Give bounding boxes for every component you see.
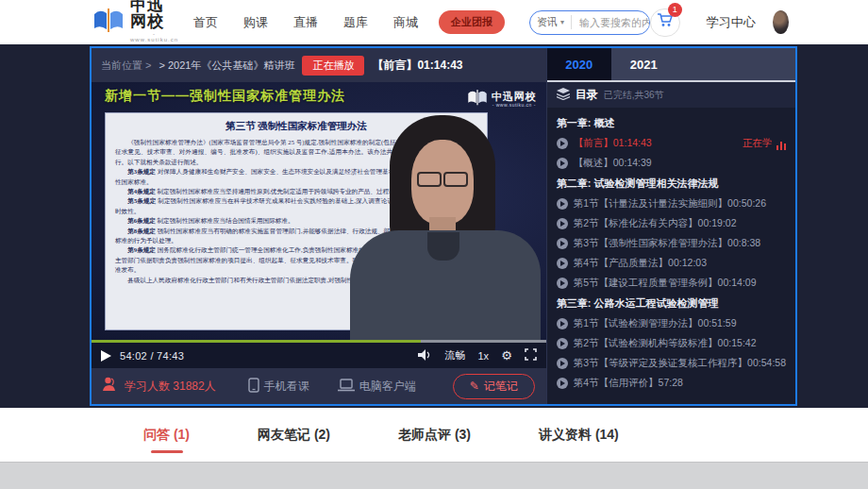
catalog-item-label: 第3节【强制性国家标准管理办法】00:8:38 xyxy=(574,237,760,250)
catalog-item[interactable]: 第3节【等级评定及换证复核工作程序】00:54:58 xyxy=(557,357,786,370)
nav-item-4[interactable]: 商城 xyxy=(393,14,418,31)
breadcrumb: 当前位置 > > 2021年《公共基础》精讲班 正在播放 【前言】01:14:4… xyxy=(92,48,546,82)
mobile-app-label: 手机看课 xyxy=(264,379,309,395)
quality-selector[interactable]: 流畅 xyxy=(445,348,466,363)
tab-teacher-comments[interactable]: 老师点评 (3) xyxy=(396,419,473,451)
learner-count: 学习人数 31882人 xyxy=(125,379,216,395)
nav-item-0[interactable]: 首页 xyxy=(193,14,218,31)
nav-item-1[interactable]: 购课 xyxy=(243,14,268,31)
mobile-app-link[interactable]: 手机看课 xyxy=(248,378,309,396)
watermark-name: 中迅网校 xyxy=(492,92,537,102)
catalog-column: 20202021 目录 已完结,共36节 第一章: 概述【前言】01:14:43… xyxy=(546,48,795,404)
play-button[interactable] xyxy=(101,350,111,362)
play-circle-icon xyxy=(557,238,568,249)
time-display: 54:02 / 74:43 xyxy=(120,350,184,362)
year-tabs: 20202021 xyxy=(547,48,795,82)
catalog-item-label: 第2节【试验检测机构等级标准】00:15:42 xyxy=(574,337,757,350)
catalog-item-label: 第1节【试验检测管理办法】00:51:59 xyxy=(574,317,737,330)
video-column: 当前位置 > > 2021年《公共基础》精讲班 正在播放 【前言】01:14:4… xyxy=(92,48,546,404)
breadcrumb-course-link[interactable]: > 2021年《公共基础》精讲班 xyxy=(159,59,294,73)
take-notes-label: 记笔记 xyxy=(484,379,518,395)
speed-selector[interactable]: 1x xyxy=(478,350,490,362)
logo-icon xyxy=(92,8,125,37)
tab-qa[interactable]: 问答 (1) xyxy=(142,419,192,451)
player-block: 当前位置 > > 2021年《公共基础》精讲班 正在播放 【前言】01:14:4… xyxy=(90,46,797,406)
main-nav: 首页购课直播题库商城 xyxy=(193,14,418,31)
learning-status-label: 正在学 xyxy=(743,137,773,150)
catalog-item[interactable]: 第3节【强制性国家标准管理办法】00:8:38 xyxy=(557,237,786,250)
cart-button[interactable]: 1 xyxy=(650,8,679,37)
phone-icon xyxy=(248,378,259,396)
pencil-icon: ✎ xyxy=(470,379,479,393)
tab-materials[interactable]: 讲义资料 (14) xyxy=(537,419,621,451)
person-icon xyxy=(103,377,117,396)
chapter-heading-1: 第一章: 概述 xyxy=(557,116,786,130)
search-category-label: 资讯 xyxy=(537,15,558,29)
search-bar: 资讯 ▾ xyxy=(529,10,650,35)
catalog-item[interactable]: 第5节【建设工程质量管理条例】00:14:09 xyxy=(557,277,786,290)
catalog-item-label: 第5节【建设工程质量管理条例】00:14:09 xyxy=(574,277,757,290)
play-circle-icon xyxy=(557,378,568,389)
player-controls: 54:02 / 74:43 流畅 1x ⚙ xyxy=(92,343,546,368)
year-tab-2021[interactable]: 2021 xyxy=(611,48,795,80)
top-header: 中迅网校 - www.sutiku.cn - 首页购课直播题库商城 企业团报 资… xyxy=(0,0,868,44)
catalog-item[interactable]: 第4节【信用评价】57:28 xyxy=(557,377,786,390)
settings-gear-icon[interactable]: ⚙ xyxy=(501,349,512,362)
laptop-icon xyxy=(338,379,355,395)
catalog-item[interactable]: 第1节【试验检测管理办法】00:51:59 xyxy=(557,317,786,330)
catalog-item-label: 【概述】00:14:39 xyxy=(574,157,652,170)
year-tab-2020[interactable]: 2020 xyxy=(547,48,611,80)
instructor-figure xyxy=(348,115,542,340)
chevron-down-icon: ▾ xyxy=(560,18,564,26)
video-overlay-title: 新增一节——强制性国家标准管理办法 xyxy=(105,88,345,105)
catalog-item[interactable]: 第2节【试验检测机构等级标准】00:15:42 xyxy=(557,337,786,350)
play-circle-icon xyxy=(557,218,568,229)
current-lesson-label: 【前言】01:14:43 xyxy=(372,58,462,74)
catalog-item[interactable]: 【前言】01:14:43正在学 xyxy=(557,137,786,150)
desktop-client-label: 电脑客户端 xyxy=(359,379,416,395)
layers-icon xyxy=(557,87,570,104)
learning-status: 正在学 xyxy=(743,137,786,150)
catalog-item-label: 第2节【标准化法有关内容】00:19:02 xyxy=(574,217,737,230)
site-logo[interactable]: 中迅网校 - www.sutiku.cn - xyxy=(92,0,178,48)
search-input[interactable] xyxy=(572,17,650,28)
enterprise-signup-button[interactable]: 企业团报 xyxy=(439,10,505,34)
catalog-item[interactable]: 第2节【标准化法有关内容】00:19:02 xyxy=(557,217,786,230)
catalog-title: 目录 xyxy=(576,87,598,103)
video-viewport[interactable]: 新增一节——强制性国家标准管理办法 中迅网校 - www.sutiku.cn - xyxy=(92,82,546,340)
catalog-item[interactable]: 第1节【计量法及计量法实施细则】00:50:26 xyxy=(557,197,786,211)
player-section: 当前位置 > > 2021年《公共基础》精讲班 正在播放 【前言】01:14:4… xyxy=(0,44,868,408)
play-circle-icon xyxy=(557,278,568,289)
play-circle-icon xyxy=(557,338,568,349)
user-avatar[interactable] xyxy=(773,10,789,34)
fullscreen-icon[interactable] xyxy=(525,347,537,364)
chapter-heading-2: 第二章: 试验检测管理相关法律法规 xyxy=(557,177,786,191)
nav-item-3[interactable]: 题库 xyxy=(343,14,368,31)
catalog-item-label: 第3节【等级评定及换证复核工作程序】00:54:58 xyxy=(574,357,786,370)
breadcrumb-prefix: 当前位置 > xyxy=(101,59,151,73)
volume-icon[interactable] xyxy=(418,347,433,364)
catalog-item[interactable]: 第4节【产品质量法】00:12:03 xyxy=(557,257,786,270)
video-watermark: 中迅网校 - www.sutiku.cn - xyxy=(467,90,537,110)
play-circle-icon xyxy=(557,258,568,269)
catalog-item[interactable]: 【概述】00:14:39 xyxy=(557,157,786,170)
instructor-glasses xyxy=(416,172,469,184)
video-info-bar: 学习人数 31882人 手机看课 xyxy=(92,368,546,404)
nav-item-2[interactable]: 直播 xyxy=(293,14,318,31)
tab-notes[interactable]: 网友笔记 (2) xyxy=(256,419,332,451)
watermark-sub: - www.sutiku.cn - xyxy=(492,103,537,108)
learning-center-link[interactable]: 学习中心 xyxy=(707,14,756,31)
catalog-item-label: 第4节【信用评价】57:28 xyxy=(574,377,683,390)
bottom-tab-bar: 问答 (1)网友笔记 (2)老师点评 (3)讲义资料 (14) xyxy=(0,408,868,462)
catalog-header: 目录 已完结,共36节 xyxy=(547,82,795,108)
desktop-client-link[interactable]: 电脑客户端 xyxy=(338,379,416,395)
play-circle-icon xyxy=(557,138,568,149)
catalog-item-label: 第4节【产品质量法】00:12:03 xyxy=(574,257,707,270)
catalog-list: 第一章: 概述【前言】01:14:43正在学【概述】00:14:39第二章: 试… xyxy=(547,108,795,404)
search-category-dropdown[interactable]: 资讯 ▾ xyxy=(530,15,572,29)
page-footer xyxy=(0,462,868,489)
play-circle-icon xyxy=(557,158,568,169)
take-notes-button[interactable]: ✎ 记笔记 xyxy=(453,374,535,399)
chapter-heading-3: 第三章: 公路水运工程试验检测管理 xyxy=(557,296,786,311)
playing-status-badge: 正在播放 xyxy=(302,56,364,76)
